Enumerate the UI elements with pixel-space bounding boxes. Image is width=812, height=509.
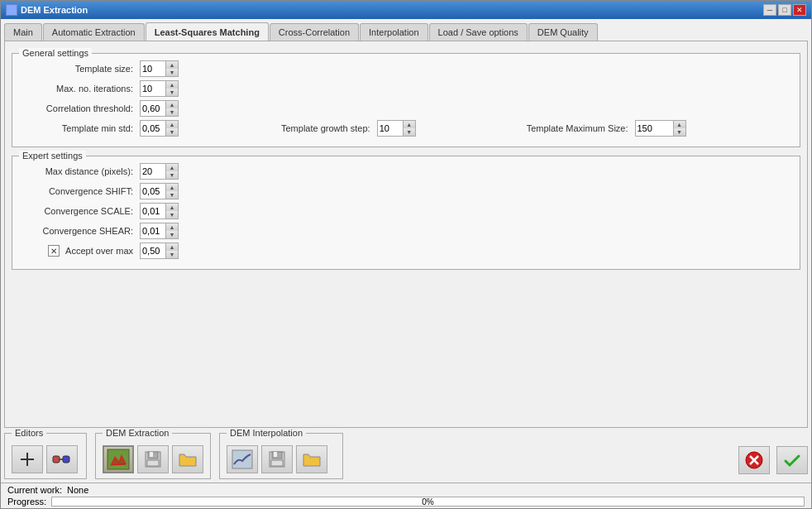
accept-over-max-up[interactable]: ▲ [166, 243, 178, 251]
convergence-shear-buttons: ▲ ▼ [165, 223, 178, 238]
titlebar-controls: ─ □ ✕ [763, 4, 806, 16]
convergence-shift-spinner: ▲ ▼ [140, 183, 179, 199]
max-distance-input[interactable] [141, 164, 165, 179]
svg-rect-12 [232, 450, 252, 468]
template-min-std-down[interactable]: ▼ [166, 128, 178, 136]
tab-bar: Main Automatic Extraction Least-Squares … [4, 22, 808, 41]
convergence-shear-label: Convergence SHEAR: [21, 226, 136, 236]
convergence-shear-input[interactable] [141, 223, 165, 238]
convergence-shift-label: Convergence SHIFT: [21, 186, 136, 196]
max-iterations-up[interactable]: ▲ [166, 81, 178, 89]
tab-cross-correlation[interactable]: Cross-Correlation [270, 23, 359, 41]
template-size-spinner-buttons: ▲ ▼ [165, 61, 178, 76]
window-icon [6, 4, 17, 16]
template-size-row: Template size: ▲ ▼ [21, 60, 791, 77]
dem-interp-save-button[interactable] [261, 445, 293, 473]
dem-extract-save-button[interactable] [137, 445, 169, 473]
dem-interp-button[interactable] [227, 445, 258, 473]
template-growth-step-buttons: ▲ ▼ [403, 121, 415, 136]
template-min-std-up[interactable]: ▲ [166, 121, 178, 128]
general-settings-title: General settings [19, 48, 92, 58]
template-max-size-input[interactable] [636, 121, 673, 136]
convergence-shift-input[interactable] [141, 184, 165, 199]
bottom-panel: Editors DEM Extraction [4, 428, 808, 479]
max-distance-label: Max distance (pixels): [21, 166, 136, 176]
dem-extract-folder-button[interactable] [172, 445, 203, 473]
convergence-shear-down[interactable]: ▼ [166, 231, 178, 238]
max-iterations-label: Max. no. iterations: [21, 84, 136, 94]
cancel-button[interactable] [738, 446, 770, 474]
convergence-scale-up[interactable]: ▲ [166, 204, 178, 211]
convergence-shift-buttons: ▲ ▼ [165, 184, 178, 199]
dem-extraction-title: DEM Extraction [103, 428, 172, 438]
template-growth-step-input[interactable] [378, 121, 403, 136]
svg-rect-2 [53, 456, 60, 463]
accept-over-max-buttons: ▲ ▼ [165, 243, 178, 258]
template-size-up[interactable]: ▲ [166, 61, 178, 69]
max-iterations-down[interactable]: ▼ [166, 89, 178, 96]
tab-main[interactable]: Main [4, 23, 42, 41]
maximize-button[interactable]: □ [778, 4, 791, 16]
template-size-label: Template size: [21, 64, 136, 74]
template-growth-step-label: Template growth step: [281, 123, 370, 133]
add-point-button[interactable] [12, 445, 43, 473]
current-work-value: None [67, 485, 88, 495]
template-growth-step-down[interactable]: ▼ [404, 128, 415, 136]
accept-over-max-input[interactable] [141, 243, 165, 258]
tab-least-squares-matching[interactable]: Least-Squares Matching [146, 22, 269, 41]
status-bar: Current work: None Progress: 0% [1, 483, 811, 508]
progress-row: Progress: 0% [7, 497, 805, 507]
svg-rect-15 [274, 452, 277, 457]
correlation-threshold-input[interactable] [141, 101, 165, 116]
stereo-view-button[interactable] [46, 445, 78, 473]
max-iterations-spinner: ▲ ▼ [140, 80, 179, 97]
tab-interpolation[interactable]: Interpolation [360, 23, 428, 41]
close-button[interactable]: ✕ [793, 4, 806, 16]
tab-automatic-extraction[interactable]: Automatic Extraction [43, 23, 145, 41]
template-max-size-spinner: ▲ ▼ [635, 120, 686, 137]
svg-rect-11 [147, 460, 159, 466]
correlation-threshold-up[interactable]: ▲ [166, 101, 178, 108]
correlation-threshold-down[interactable]: ▼ [166, 108, 178, 116]
template-size-down[interactable]: ▼ [166, 69, 178, 76]
convergence-scale-spinner: ▲ ▼ [140, 203, 179, 219]
max-distance-buttons: ▲ ▼ [165, 164, 178, 179]
convergence-shift-down[interactable]: ▼ [166, 191, 178, 199]
accept-over-max-checkbox[interactable]: ✕ [48, 245, 60, 257]
convergence-shift-up[interactable]: ▲ [166, 184, 178, 191]
titlebar-left: DEM Extraction [6, 4, 88, 16]
editors-title: Editors [12, 428, 46, 438]
correlation-threshold-label: Correlation threshold: [21, 103, 136, 113]
convergence-scale-input[interactable] [141, 204, 165, 218]
svg-rect-16 [271, 460, 283, 466]
tab-load-save-options[interactable]: Load / Save options [429, 23, 528, 41]
template-growth-step-up[interactable]: ▲ [404, 121, 415, 128]
dem-interp-folder-button[interactable] [296, 445, 327, 473]
max-iterations-spinner-buttons: ▲ ▼ [165, 81, 178, 96]
template-max-size-label: Template Maximum Size: [527, 123, 628, 133]
dem-extract-button[interactable] [103, 445, 134, 473]
template-min-std-buttons: ▲ ▼ [165, 121, 178, 136]
accept-over-max-down[interactable]: ▼ [166, 251, 178, 258]
convergence-scale-down[interactable]: ▼ [166, 211, 178, 218]
minimize-button[interactable]: ─ [763, 4, 776, 16]
template-growth-step-spinner: ▲ ▼ [377, 120, 416, 137]
current-work-row: Current work: None [7, 485, 805, 495]
progress-label: Progress: [7, 497, 46, 507]
template-min-std-input[interactable] [141, 121, 165, 136]
convergence-shift-row: Convergence SHIFT: ▲ ▼ [21, 183, 791, 199]
convergence-scale-label: Convergence SCALE: [21, 206, 136, 216]
svg-rect-5 [107, 449, 129, 469]
tab-dem-quality[interactable]: DEM Quality [528, 23, 598, 41]
template-max-size-down[interactable]: ▼ [674, 128, 685, 136]
max-iterations-input[interactable] [141, 81, 165, 96]
max-distance-down[interactable]: ▼ [166, 171, 178, 179]
template-size-input[interactable] [141, 61, 165, 76]
convergence-shear-up[interactable]: ▲ [166, 223, 178, 231]
dem-interpolation-title: DEM Interpolation [227, 428, 306, 438]
template-max-size-up[interactable]: ▲ [674, 121, 685, 128]
dem-interpolation-section: DEM Interpolation [219, 433, 343, 479]
ok-button[interactable] [776, 446, 808, 474]
max-distance-up[interactable]: ▲ [166, 164, 178, 171]
convergence-shear-spinner: ▲ ▼ [140, 223, 179, 239]
